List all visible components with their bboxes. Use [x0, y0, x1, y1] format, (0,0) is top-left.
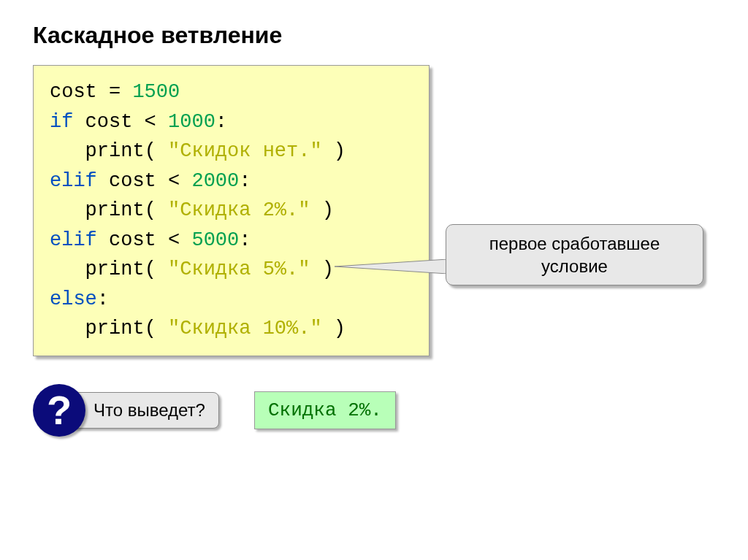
code-paren: ) — [322, 318, 346, 340]
callout-box: первое сработавшее условие — [446, 224, 703, 285]
code-paren: ( — [145, 318, 168, 340]
question-mark-icon: ? — [33, 384, 85, 437]
code-paren: ) — [322, 140, 346, 162]
code-line-2: if cost < 1000: — [50, 107, 413, 137]
code-line-4: elif cost < 2000: — [50, 166, 413, 196]
code-line-3: print( "Скидок нет." ) — [50, 137, 413, 166]
code-paren: ( — [145, 140, 168, 162]
code-expr: cost < — [97, 229, 192, 251]
code-string: "Скидка 5%." — [168, 258, 310, 280]
code-line-6: elif cost < 5000: — [50, 226, 413, 256]
code-colon: : — [97, 288, 109, 310]
code-num: 1500 — [132, 81, 180, 103]
code-string: "Скидка 2%." — [168, 199, 310, 221]
code-num: 2000 — [191, 170, 239, 192]
code-fn: print — [85, 199, 145, 221]
code-line-1: cost = 1500 — [50, 77, 413, 107]
code-keyword-else: else — [50, 288, 97, 310]
code-paren: ) — [310, 258, 333, 280]
code-expr: cost < — [73, 111, 168, 133]
code-colon: : — [215, 111, 227, 133]
code-paren: ) — [310, 199, 333, 221]
code-fn: print — [85, 318, 145, 340]
code-eq: = — [97, 81, 133, 103]
code-paren: ( — [145, 258, 168, 280]
code-line-9: print( "Скидка 10%." ) — [50, 314, 413, 344]
slide-title: Каскадное ветвление — [33, 22, 715, 49]
code-keyword-elif: elif — [50, 170, 97, 192]
code-string: "Скидка 10%." — [168, 318, 322, 340]
answer-box: Скидка 2%. — [254, 391, 396, 429]
code-keyword-elif: elif — [50, 229, 97, 251]
code-colon: : — [239, 229, 251, 251]
code-line-8: else: — [50, 285, 413, 315]
code-fn: print — [85, 140, 145, 162]
code-colon: : — [239, 170, 251, 192]
code-paren: ( — [145, 199, 168, 221]
code-line-5: print( "Скидка 2%." ) — [50, 196, 413, 226]
code-block: cost = 1500 if cost < 1000: print( "Скид… — [33, 65, 430, 356]
code-fn: print — [85, 258, 145, 280]
callout-arrow-icon — [335, 259, 448, 274]
code-num: 1000 — [168, 111, 215, 133]
code-expr: cost < — [97, 170, 192, 192]
code-keyword-if: if — [50, 111, 73, 133]
code-var: cost — [50, 81, 97, 103]
code-string: "Скидок нет." — [168, 140, 322, 162]
code-num: 5000 — [191, 229, 239, 251]
svg-marker-0 — [335, 259, 448, 274]
